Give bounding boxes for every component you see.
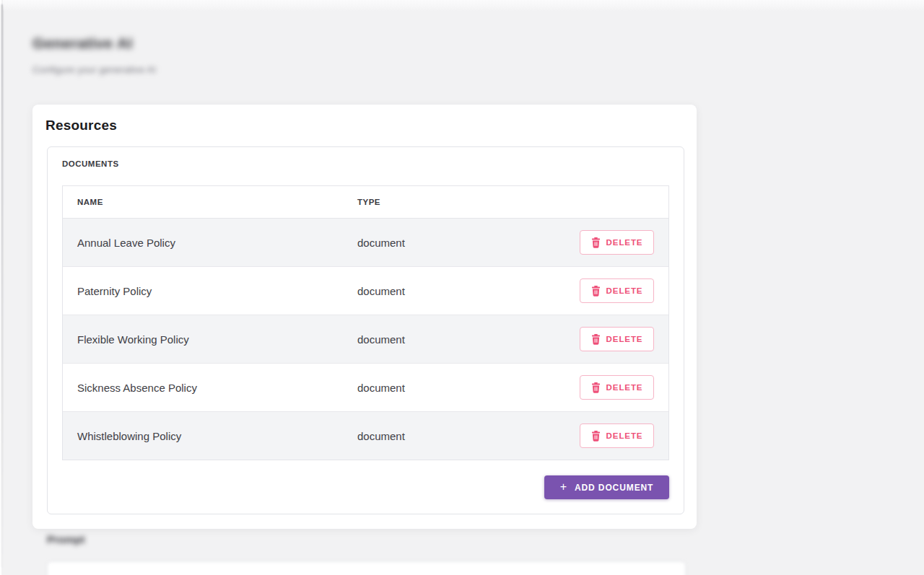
trash-icon [591,334,601,345]
prompt-panel [47,561,686,575]
document-name: Annual Leave Policy [77,237,175,249]
documents-panel: DOCUMENTS NAME TYPE Annual Leave Policy … [47,146,684,514]
resources-card: Resources DOCUMENTS NAME TYPE Annual Lea… [32,105,697,529]
document-name: Sickness Absence Policy [77,382,197,394]
trash-icon [591,431,601,442]
delete-button[interactable]: DELETE [580,375,654,400]
document-type: document [357,382,405,394]
delete-button[interactable]: DELETE [580,327,654,351]
column-header-type: TYPE [357,198,380,206]
add-document-button[interactable]: + ADD DOCUMENT [544,475,669,499]
page-background: Generative AI Configure your generative … [0,0,924,575]
document-type: document [357,285,405,297]
delete-button-label: DELETE [606,383,643,392]
document-type: document [357,237,405,249]
column-header-name: NAME [77,198,103,206]
document-name: Whistleblowing Policy [77,430,181,442]
table-row: Whistleblowing Policy document DELETE [63,411,668,460]
top-highlight [3,0,924,12]
table-header-row: NAME TYPE [63,186,668,219]
document-name: Paternity Policy [77,285,152,297]
document-type: document [357,430,405,442]
table-row: Flexible Working Policy document DELETE [63,315,668,363]
delete-button-label: DELETE [606,286,643,295]
table-row: Annual Leave Policy document DELETE [63,219,668,266]
document-type: document [357,333,405,346]
resources-title: Resources [45,118,117,133]
plus-icon: + [560,481,567,493]
delete-button-label: DELETE [606,238,643,247]
delete-button-label: DELETE [606,335,643,343]
prompt-section-title: Prompt [47,533,85,545]
trash-icon [591,382,601,393]
delete-button[interactable]: DELETE [580,278,654,303]
page-subtitle: Configure your generative AI [32,64,156,75]
trash-icon [591,237,601,248]
table-row: Paternity Policy document DELETE [63,266,668,315]
delete-button-label: DELETE [606,431,643,440]
delete-button[interactable]: DELETE [580,230,654,255]
trash-icon [591,286,601,297]
table-row: Sickness Absence Policy document DELETE [63,363,668,411]
delete-button[interactable]: DELETE [580,423,654,448]
document-name: Flexible Working Policy [77,333,189,346]
page-title: Generative AI [32,35,133,52]
documents-table: NAME TYPE Annual Leave Policy document [62,185,669,460]
documents-label: DOCUMENTS [62,159,119,168]
add-document-label: ADD DOCUMENT [575,483,653,493]
sidebar-divider [1,4,3,567]
